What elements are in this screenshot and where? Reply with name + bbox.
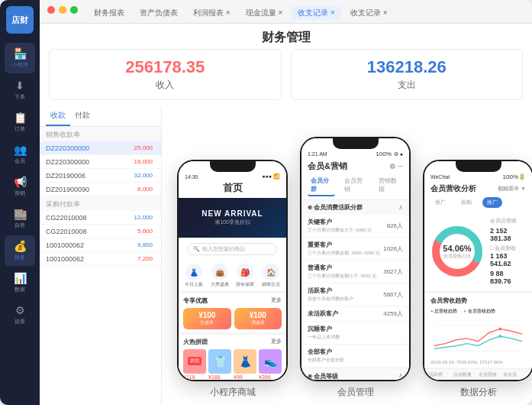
sidebar-item-mall[interactable]: 🏬 自营 bbox=[5, 203, 35, 234]
phone3-app: WeChat bbox=[430, 174, 450, 180]
group-title: 火热拼团 bbox=[183, 338, 208, 346]
sidebar-item-member[interactable]: 👥 会员 bbox=[5, 139, 35, 170]
sidebar-item-label: 财务 bbox=[15, 254, 25, 261]
phone1-banner: NEW ARRIVAL 满100享免折扣 bbox=[179, 198, 286, 238]
group-name: 普通客户 bbox=[308, 264, 376, 272]
phone3-signal: 100%🔋 bbox=[503, 173, 526, 180]
member-group-item[interactable]: 活跃客户 目前个月有消费的客户 5867人 bbox=[301, 284, 409, 306]
tab-member-group[interactable]: 会员分群 bbox=[308, 175, 335, 196]
category-item[interactable]: 👗 今日上新 bbox=[185, 264, 203, 288]
coupon-item[interactable]: ¥100 满减券 bbox=[234, 308, 282, 329]
donut-center: 54.06% 会员营收占比 bbox=[443, 243, 471, 259]
list-item[interactable]: DZ20190006 32,000 bbox=[40, 169, 161, 183]
coupon-amount: ¥100 bbox=[186, 311, 228, 319]
sidebar-item-label: 设置 bbox=[15, 318, 25, 326]
product-item[interactable]: 拼团 ¥118 bbox=[183, 349, 206, 380]
item-amount: 25,000 bbox=[132, 144, 155, 152]
cat-icon: 🏠 bbox=[263, 264, 279, 280]
more-link[interactable]: 更多 bbox=[271, 296, 282, 305]
member-group-item[interactable]: 全部客户 全部客户全部全部 bbox=[301, 345, 409, 368]
item-id: DZ20190006 bbox=[46, 172, 85, 180]
group-desc: 三个月累计消费金额: 3000~5000 元 bbox=[308, 250, 380, 257]
category-item[interactable]: 🏠 猫咪生活 bbox=[262, 264, 280, 288]
phone2-screen: 1:21 AM 100% ⚙ ● 会员&营销 ⚙ ··· bbox=[301, 138, 409, 380]
close-button[interactable] bbox=[47, 6, 55, 14]
list-item[interactable]: 1001000062 9,800 bbox=[40, 238, 161, 252]
sidebar-item-shop[interactable]: 🏪 小程序 bbox=[5, 43, 35, 73]
item-id: DZ220300000 bbox=[46, 158, 89, 166]
nav-tab-profit[interactable]: 利润报表 × bbox=[187, 6, 237, 20]
phone1-label: 小程序商城 bbox=[210, 386, 256, 405]
member-group-item[interactable]: 普通客户 三个月累计消费金额小于: 3000 元 3627人 bbox=[301, 261, 409, 284]
group-count: 1026人 bbox=[383, 245, 403, 253]
maximize-button[interactable] bbox=[70, 6, 78, 14]
product-tag: 拼团 bbox=[188, 357, 202, 365]
list-item[interactable]: CG22010008 12,000 bbox=[40, 211, 161, 225]
nav-tab-records2[interactable]: 收支记录 × bbox=[344, 6, 394, 20]
cat-label: 猫咪生活 bbox=[262, 281, 280, 288]
sidebar-item-finance[interactable]: 💰 财务 bbox=[5, 235, 35, 266]
product-price: ¥396 bbox=[259, 374, 282, 380]
coupon-amount: ¥100 bbox=[237, 311, 279, 319]
nav-tab-balance[interactable]: 资产负债表 bbox=[134, 6, 184, 20]
income-card: 256178.35 收入 bbox=[49, 49, 282, 100]
tab-promo2[interactable]: 推广 bbox=[482, 197, 502, 208]
list-item[interactable]: 1001000062 7,200 bbox=[40, 252, 161, 266]
group-name: 全部客户 bbox=[308, 348, 344, 356]
group-count: 4259人 bbox=[383, 309, 403, 318]
product-item[interactable]: 👕 ¥188 bbox=[208, 349, 231, 380]
nav-tab-finance[interactable]: 财务报表 bbox=[88, 6, 131, 20]
list-item[interactable]: DZ201900090 8,000 bbox=[40, 183, 161, 196]
phone1-notch bbox=[210, 161, 256, 172]
donut-label: 会员营收占比 bbox=[443, 252, 471, 259]
products-list: 拼团 ¥118 👕 ¥188 👗 bbox=[183, 349, 282, 380]
trend-svg bbox=[430, 317, 526, 355]
tab-expense[interactable]: 付款 bbox=[70, 106, 95, 126]
legend: ● 总营收趋势 ● 会员营收趋势 bbox=[430, 308, 526, 315]
sidebar-item-data[interactable]: 📊 数据 bbox=[5, 267, 35, 298]
category-item[interactable]: 👜 大秀盛典 bbox=[211, 264, 229, 288]
group-more[interactable]: 更多 bbox=[271, 338, 282, 346]
tab-income[interactable]: 收款 bbox=[46, 106, 70, 126]
member-group-item[interactable]: 未活跃客户 4259人 bbox=[301, 306, 409, 322]
tab-member-marketing[interactable]: 会员营销 bbox=[341, 175, 369, 196]
collapse-icon[interactable]: ∧ bbox=[398, 204, 403, 211]
product-item[interactable]: 👗 ¥99 bbox=[234, 349, 256, 380]
list-item[interactable]: DZ220300000 18,000 bbox=[40, 155, 161, 169]
sidebar-item-label: 自营 bbox=[15, 222, 25, 229]
nav-tab-cash[interactable]: 现金流量 × bbox=[240, 6, 289, 20]
item-id: DZ220300000 bbox=[46, 144, 89, 152]
cat-label: 大秀盛典 bbox=[211, 281, 229, 288]
search-icon: 🔍 bbox=[193, 246, 200, 252]
sidebar-item-download[interactable]: ⬇ 下单 bbox=[5, 75, 35, 105]
tab-marketing-data[interactable]: 营销数据 bbox=[376, 175, 403, 196]
phone2-wrapper: 1:21 AM 100% ⚙ ● 会员&营销 ⚙ ··· bbox=[300, 137, 411, 405]
sidebar-item-settings[interactable]: ⚙ 设置 bbox=[5, 300, 35, 330]
tab-promo1[interactable]: 推广 bbox=[430, 197, 450, 208]
sidebar-item-marketing[interactable]: 📢 营销 bbox=[5, 171, 35, 202]
coupon-item[interactable]: ¥100 立减券 bbox=[183, 308, 231, 329]
level-collapse[interactable]: ∧ bbox=[398, 372, 403, 380]
member-group-item[interactable]: 沉睡客户 一年以上未消费 bbox=[301, 322, 409, 345]
sidebar-item-order[interactable]: 📋 订单 bbox=[5, 107, 35, 138]
sidebar: 店财 🏪 小程序 ⬇ 下单 📋 订单 👥 会员 📢 营销 🏬 自营 💰 财务 bbox=[0, 0, 40, 405]
tab-purchase[interactable]: 按购 bbox=[456, 197, 476, 208]
banner-sub: 满100享免折扣 bbox=[202, 219, 263, 226]
member-group-item[interactable]: 关键客户 三个月累计消费金大于: 5000 元 826人 bbox=[301, 215, 409, 238]
minimize-button[interactable] bbox=[59, 6, 66, 14]
category-item[interactable]: 🎒 拼有保障 bbox=[236, 264, 254, 288]
svg-point-7 bbox=[498, 335, 501, 338]
section-sales: 销售收款单 bbox=[40, 127, 161, 141]
product-item[interactable]: 👟 ¥396 bbox=[259, 349, 282, 380]
phone3: WeChat 100%🔋 会员营收分析 创始至今 ▼ 推广 bbox=[423, 160, 532, 381]
section-purchase: 采购付款单 bbox=[40, 196, 161, 211]
list-item[interactable]: DZ220300000 25,000 bbox=[40, 141, 161, 155]
phone2-label: 会员管理 bbox=[337, 386, 374, 405]
phone3-label: 数据分析 bbox=[460, 386, 497, 405]
member-group-item[interactable]: 重要客户 三个月累计消费金额: 3000~5000 元 1026人 bbox=[301, 238, 409, 261]
list-item[interactable]: CG22010008 5,600 bbox=[40, 225, 161, 238]
nav-tab-records[interactable]: 收支记录 × bbox=[292, 6, 341, 20]
phone1-search[interactable]: 🔍 输入您想要的商品 bbox=[188, 243, 277, 255]
cat-icon: 👜 bbox=[211, 264, 228, 280]
product-image: 拼团 bbox=[183, 349, 206, 374]
